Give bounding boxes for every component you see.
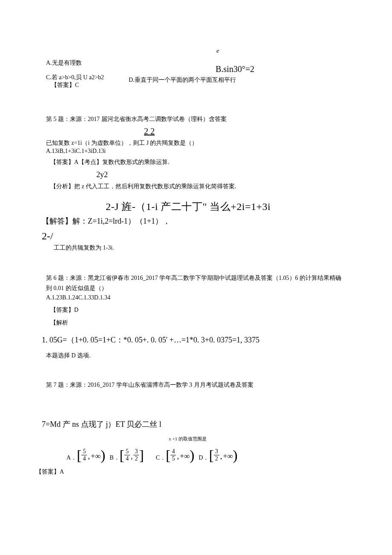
q7-range-text: x +1 的取值范围是 xyxy=(169,436,344,442)
q5-conclusion: 工工的共辄复数为 1-3i. xyxy=(54,244,344,252)
q5-equation-top: 2-J 旌-（1-i 产二十丁" 当么+2i=1+3i xyxy=(106,200,344,214)
q7-line: 7=Md 产 ns 点现了 j）ET 贝必二丝 l xyxy=(42,419,344,430)
q7-answer: 【答案】A xyxy=(36,468,344,476)
q6-calc: 1. 05G=（1+0. 05=1+C：*0. 05+. 0. 05' +…=1… xyxy=(42,335,344,345)
fraction-numerator: 3 xyxy=(133,448,139,455)
option-c: C.若 a>b>0,贝 U a2>b2 xyxy=(46,73,104,82)
q5-analysis: 【分析】把 z 代入工工，然后利用复数代数形式的乘除运算化简得答案. xyxy=(50,182,344,191)
comma-icon: , xyxy=(176,451,180,462)
fraction-denominator: 5 xyxy=(170,455,176,462)
q5-solve: 【解答】解：Z=1i,2=lrd-1）（1+1）， xyxy=(42,216,344,227)
option-d: D.垂直于同一个平面的两个平面互相平行 xyxy=(129,76,236,84)
q5-options: A.13iB,1+3iC.1+3iD.13i xyxy=(46,147,344,155)
q5-answer: 【答案】A【考点】复数代数形式的乘除运算. xyxy=(50,158,344,167)
q6-options: A.1.23B.1.24C.1.33D.1.34 xyxy=(46,293,344,302)
comma-icon: , xyxy=(87,451,91,462)
comma-icon: , xyxy=(130,451,134,462)
infinity-symbol: +∞ xyxy=(180,451,190,462)
q5-frac-top: 2 2 xyxy=(144,125,344,137)
answer-c: 【答案】C xyxy=(51,81,79,89)
opt-c-label: C． xyxy=(156,454,166,462)
q5-2y2: 2y2 xyxy=(96,170,344,180)
fraction-denominator: 4 xyxy=(124,455,130,462)
q7-option-a: A． [ 54 , +∞ ) xyxy=(66,448,105,462)
right-paren: ) xyxy=(101,449,105,462)
fraction-numerator: 5 xyxy=(81,448,87,455)
q5-2minus: 2-/ xyxy=(42,229,344,244)
fraction-denominator: 2 xyxy=(214,455,219,462)
q6-pick: 本题选择 D 选项. xyxy=(46,351,344,360)
right-paren: ) xyxy=(233,449,237,462)
right-paren: ) xyxy=(190,449,194,462)
fraction-denominator: 4 xyxy=(81,455,87,462)
q6-answer: 【答案】D xyxy=(50,306,344,314)
q5-source: 第 5 题：来源：2017 届河北省衡水高考二调数学试卷（理科）含答案 xyxy=(46,115,344,124)
fraction-numerator: 5 xyxy=(124,448,130,455)
q7-option-d: D． [ 32 , +∞ ) xyxy=(199,448,237,462)
q7-source: 第 7 题：来源：2016_2017 学年山东省淄博市高一数学 3 月月考试题试… xyxy=(46,381,344,389)
q7-option-b: B． [ 54 , 32 ] xyxy=(110,448,144,462)
fraction-numerator: 3 xyxy=(214,448,219,455)
q5-stem: 已知复数 z=1i（i 为虚数单位），则工 J 的共羯复数是（） xyxy=(46,139,344,147)
infinity-symbol: +∞ xyxy=(223,451,233,462)
fraction-numerator: 4 xyxy=(170,448,176,455)
opt-a-label: A． xyxy=(66,454,77,462)
fraction-denominator: 2 xyxy=(133,455,139,462)
right-bracket: ] xyxy=(139,449,144,462)
comma-icon: , xyxy=(219,451,223,462)
infinity-symbol: +∞ xyxy=(91,451,101,462)
q6-source: 第 6 题：来源：黑龙江省伊春市 2016_2017 学年高二数学下学期期中试题… xyxy=(46,273,344,293)
e-letter: e xyxy=(216,47,219,55)
q6-jiexi: 【解析 xyxy=(50,319,344,327)
option-a: A.无是有理数 xyxy=(46,59,82,67)
option-b: B.sin30°=2 xyxy=(216,63,254,75)
q7-option-c: C． [ 45 , +∞ ) xyxy=(156,448,194,462)
opt-b-label: B． xyxy=(110,454,119,462)
opt-d-label: D． xyxy=(199,454,209,462)
